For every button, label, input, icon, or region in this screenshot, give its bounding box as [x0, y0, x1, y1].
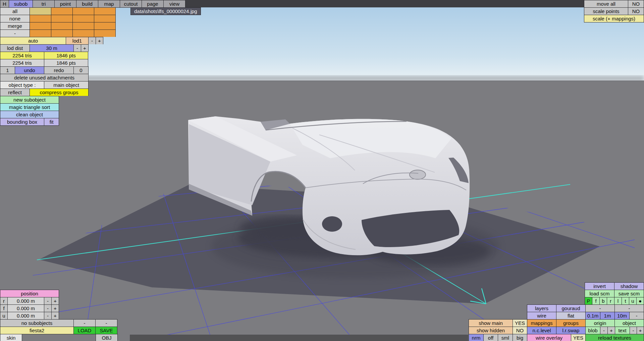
show-main-value[interactable]: YES — [513, 320, 527, 327]
tab-view[interactable]: view — [164, 0, 185, 7]
wire-overlay-button[interactable]: wire overlay — [527, 334, 571, 341]
blob-plus-button[interactable]: + — [608, 327, 615, 334]
lrswap-button[interactable]: l.r.swap — [556, 327, 586, 334]
move-all-button[interactable]: move all — [584, 0, 628, 7]
nrm-button[interactable]: nrm — [469, 334, 484, 341]
invert-button[interactable]: invert — [585, 283, 614, 290]
origin-button[interactable]: origin — [586, 320, 615, 327]
mappings-button[interactable]: mappings — [527, 320, 556, 327]
grid-01m-button[interactable]: 0.1m — [586, 312, 600, 319]
reflect-button[interactable]: reflect — [0, 89, 30, 96]
u-plus-button[interactable]: + — [52, 312, 59, 319]
position-u-value[interactable]: 0.000 m — [8, 312, 44, 319]
object-name-field[interactable]: fiesta2 — [0, 327, 74, 334]
object-button[interactable]: object — [615, 320, 644, 327]
tab-h[interactable]: H — [0, 0, 9, 7]
layers-dash-button[interactable]: - — [615, 305, 644, 312]
sel-cell[interactable] — [94, 8, 116, 15]
lod-dist-plus-button[interactable]: + — [81, 45, 89, 52]
lod-minus-button[interactable]: - — [89, 37, 96, 44]
select-dash-button[interactable]: - — [0, 30, 30, 37]
grid-dash-button[interactable]: - — [630, 312, 644, 319]
blob-button[interactable]: blob — [586, 327, 600, 334]
bounding-box-button[interactable]: bounding box — [0, 118, 44, 125]
auto-button[interactable]: auto — [0, 37, 66, 44]
nrm-sml-button[interactable]: sml — [498, 334, 513, 341]
sel-cell[interactable] — [30, 22, 51, 30]
layers-dash-button[interactable]: - — [586, 305, 615, 312]
tab-point[interactable]: point — [55, 0, 76, 7]
layers-button[interactable]: layers — [527, 305, 556, 312]
scale-points-button[interactable]: scale points — [584, 8, 628, 15]
undo-button[interactable]: undo — [15, 67, 44, 74]
view-left-button[interactable]: l — [614, 297, 622, 304]
text-plus-button[interactable]: + — [637, 327, 644, 334]
lod-dist-minus-button[interactable]: - — [74, 45, 81, 52]
f-plus-button[interactable]: + — [52, 305, 59, 312]
sel-cell[interactable] — [73, 15, 94, 22]
tab-cutout[interactable]: cutout — [120, 0, 142, 7]
sel-cell[interactable] — [30, 8, 51, 15]
sel-cell[interactable] — [51, 8, 73, 15]
sel-cell[interactable] — [94, 22, 116, 30]
lod1-button[interactable]: lod1 — [66, 37, 89, 44]
sel-cell[interactable] — [51, 30, 73, 37]
obj-export-button[interactable]: OBJ — [96, 334, 118, 341]
position-r-value[interactable]: 0.000 m — [8, 297, 44, 304]
reload-textures-button[interactable]: reload textures — [586, 334, 644, 341]
select-none-button[interactable]: none — [0, 15, 30, 22]
sel-cell[interactable] — [73, 8, 94, 15]
blob-minus-button[interactable]: - — [600, 327, 608, 334]
sel-cell[interactable] — [73, 30, 94, 37]
show-main-button[interactable]: show main — [469, 320, 513, 327]
redo-button[interactable]: redo — [44, 67, 74, 74]
view-right-button[interactable]: r — [607, 297, 614, 304]
wire-overlay-value[interactable]: YES — [571, 334, 586, 341]
shadow-button[interactable]: shadow — [614, 283, 644, 290]
new-subobject-button[interactable]: new subobject — [0, 96, 59, 103]
flat-button[interactable]: flat — [556, 312, 586, 319]
tab-build[interactable]: build — [76, 0, 98, 7]
scale-mappings-button[interactable]: scale (+ mappings) — [584, 15, 644, 22]
view-back-button[interactable]: b — [600, 297, 607, 304]
sel-cell[interactable] — [51, 22, 73, 30]
view-dot-button[interactable]: ● — [637, 297, 644, 304]
nrm-off-button[interactable]: off — [484, 334, 498, 341]
view-under-button[interactable]: u — [629, 297, 637, 304]
grid-10m-button[interactable]: 10m — [615, 312, 630, 319]
sel-cell[interactable] — [51, 15, 73, 22]
magic-triangle-sort-button[interactable]: magic triangle sort — [0, 104, 59, 111]
wire-button[interactable]: wire — [527, 312, 556, 319]
gouraud-button[interactable]: gouraud — [556, 305, 586, 312]
view-front-button[interactable]: f — [592, 297, 600, 304]
lod-plus-button[interactable]: + — [96, 37, 103, 44]
text-minus-button[interactable]: - — [630, 327, 637, 334]
scale-points-value[interactable]: NO — [628, 8, 644, 15]
object-type-value[interactable]: main object — [44, 81, 89, 89]
sel-cell[interactable] — [30, 15, 51, 22]
nrm-big-button[interactable]: big — [513, 334, 527, 341]
sel-cell[interactable] — [94, 15, 116, 22]
select-all-button[interactable]: all — [0, 8, 30, 15]
skin-button[interactable]: skin — [0, 334, 22, 341]
show-hidden-button[interactable]: show hidden — [469, 327, 513, 334]
load-button[interactable]: LOAD — [74, 327, 96, 334]
position-f-value[interactable]: 0.000 m — [8, 305, 44, 312]
subobject-dash-button[interactable]: - — [74, 320, 96, 327]
compress-groups-button[interactable]: compress groups — [30, 89, 89, 96]
nclevel-button[interactable]: n.c.level — [527, 327, 556, 334]
lod-dist-value[interactable]: 30 m — [30, 45, 74, 52]
clean-object-button[interactable]: clean object — [0, 111, 59, 118]
text-button[interactable]: text — [615, 327, 630, 334]
grid-1m-button[interactable]: 1m — [600, 312, 615, 319]
delete-unused-attachments-button[interactable]: delete unused attachments — [0, 74, 89, 81]
save-button[interactable]: SAVE — [96, 327, 117, 334]
sel-cell[interactable] — [30, 30, 51, 37]
r-plus-button[interactable]: + — [52, 297, 59, 304]
move-all-value[interactable]: NO — [628, 0, 644, 7]
view-top-button[interactable]: t — [622, 297, 629, 304]
f-minus-button[interactable]: - — [44, 305, 52, 312]
view-perspective-button[interactable]: P — [585, 297, 592, 304]
subobject-dash-button[interactable]: - — [96, 320, 117, 327]
fit-button[interactable]: fit — [44, 118, 59, 125]
